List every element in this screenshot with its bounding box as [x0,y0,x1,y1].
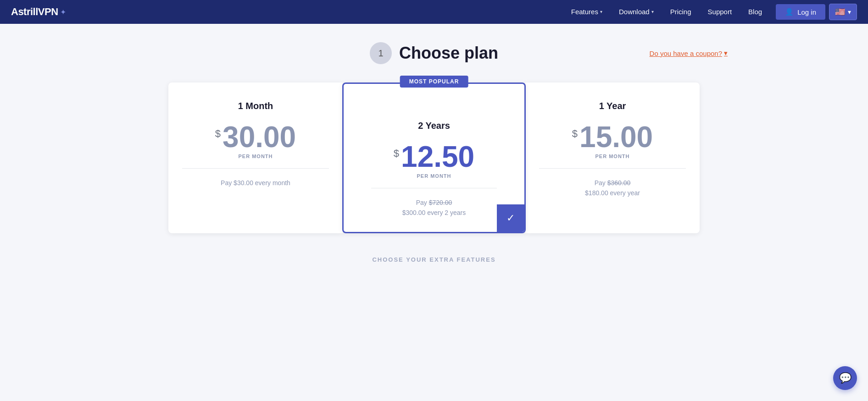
plan-name: 2 Years [371,121,497,131]
logo-star-icon: ✦ [60,8,66,16]
nav-item-blog[interactable]: Blog [740,0,770,24]
price-period: PER MONTH [539,154,686,159]
price-period: PER MONTH [371,173,497,179]
center-card-inner: 2 Years $ 12.50 PER MONTH Pay $720.00 $3… [357,102,511,232]
plan-price: $ 12.50 [371,142,497,171]
original-price: $360.00 [607,179,631,187]
plan-name: 1 Year [539,101,686,111]
language-selector[interactable]: 🇺🇸 ▾ [829,4,857,20]
most-popular-badge: MOST POPULAR [400,76,468,88]
checkmark-icon: ✓ [506,212,515,224]
chevron-down-icon: ▾ [651,0,654,24]
currency-sign: $ [572,128,578,140]
price-period: PER MONTH [182,154,329,159]
plan-divider [539,168,686,169]
currency-sign: $ [215,128,221,140]
pricing-cards: 1 Month $ 30.00 PER MONTH Pay $30.00 eve… [140,82,728,233]
plan-card-1year[interactable]: 1 Year $ 15.00 PER MONTH Pay $360.00 $18… [525,82,700,233]
selected-check: ✓ [497,204,524,232]
flag-icon: 🇺🇸 [835,7,845,17]
step-circle: 1 [370,42,392,64]
plan-billing: Pay $720.00 $300.00 every 2 years [371,198,497,218]
nav-item-features[interactable]: Features ▾ [563,0,611,24]
plan-price: $ 30.00 [182,122,329,152]
plan-header: 1 Choose plan Do you have a coupon? ▾ [140,42,728,64]
price-amount: 30.00 [223,122,296,152]
extra-features-label: CHOOSE YOUR EXTRA FEATURES [140,256,728,263]
price-amount: 15.00 [579,122,653,152]
plan-billing: Pay $30.00 every month [182,178,329,188]
chevron-down-icon: ▾ [724,49,728,57]
plan-price: $ 15.00 [539,122,686,152]
chat-button[interactable]: 💬 [833,366,857,390]
plan-billing: Pay $360.00 $180.00 every year [539,178,686,198]
price-amount: 12.50 [401,142,474,171]
original-price: $720.00 [429,199,452,206]
plan-card-2years[interactable]: MOST POPULAR 2 Years $ 12.50 PER MONTH P… [342,82,526,233]
plan-divider [371,188,497,188]
plan-header-title: 1 Choose plan [370,42,498,64]
chat-icon: 💬 [839,372,851,384]
logo[interactable]: AstrillVPN ✦ [11,6,66,18]
main-content: 1 Choose plan Do you have a coupon? ▾ 1 … [113,24,755,281]
plan-name: 1 Month [182,101,329,111]
chevron-down-icon: ▾ [848,8,851,16]
plan-card-1month[interactable]: 1 Month $ 30.00 PER MONTH Pay $30.00 eve… [168,82,343,233]
coupon-link[interactable]: Do you have a coupon? ▾ [650,49,728,57]
plan-divider [182,168,329,169]
user-icon: 👤 [785,8,794,16]
chevron-down-icon: ▾ [600,0,602,24]
page-title: Choose plan [399,44,498,63]
nav-item-download[interactable]: Download ▾ [611,0,662,24]
nav-item-pricing[interactable]: Pricing [662,0,700,24]
nav-links: Features ▾ Download ▾ Pricing Support Bl… [563,0,770,24]
login-button[interactable]: 👤 Log in [776,4,825,20]
navbar: AstrillVPN ✦ Features ▾ Download ▾ Prici… [0,0,868,24]
currency-sign: $ [394,148,399,159]
logo-text: AstrillVPN [11,6,58,18]
nav-item-support[interactable]: Support [700,0,740,24]
